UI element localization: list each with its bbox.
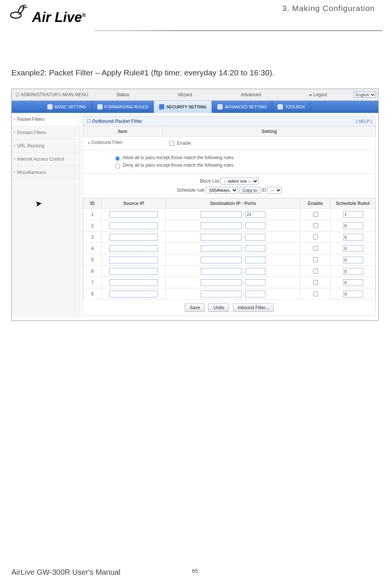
dest-port-input[interactable] xyxy=(245,234,265,241)
schedule-rule-input[interactable] xyxy=(343,268,363,275)
dest-ip-input[interactable] xyxy=(201,279,242,286)
enable-label: Enable xyxy=(177,141,191,146)
sidebar-item-packet-filters[interactable]: Packet Filters xyxy=(12,113,80,126)
source-ip-input[interactable] xyxy=(109,234,158,241)
dest-ip-input[interactable] xyxy=(201,245,242,252)
schedule-rule-input[interactable] xyxy=(343,211,363,218)
th-id: ID xyxy=(83,199,102,209)
dest-ip-input[interactable] xyxy=(201,234,242,241)
wrench-icon xyxy=(217,104,223,109)
schedule-rule-input[interactable] xyxy=(343,279,363,286)
table-row: 6 : xyxy=(83,266,376,277)
source-ip-input[interactable] xyxy=(109,256,158,263)
table-row: 3 : xyxy=(83,231,376,243)
help-link[interactable]: [ HELP ] xyxy=(356,119,372,124)
nav-logout[interactable]: ▸ Logout xyxy=(306,92,331,97)
cell-id: 1 xyxy=(83,209,102,220)
cell-id: 4 xyxy=(83,243,102,254)
source-ip-input[interactable] xyxy=(109,222,158,229)
dest-ip-input[interactable] xyxy=(201,256,242,263)
table-row: 7 : xyxy=(83,277,376,288)
source-ip-input[interactable] xyxy=(109,279,158,286)
dest-port-input[interactable] xyxy=(245,256,265,263)
dest-port-input[interactable] xyxy=(245,291,265,297)
dest-port-input[interactable] xyxy=(245,268,265,275)
source-ip-input[interactable] xyxy=(109,268,158,275)
source-ip-input[interactable] xyxy=(109,291,158,297)
gear-icon xyxy=(47,104,53,109)
id-label: ID xyxy=(262,188,266,193)
dest-ip-input[interactable] xyxy=(201,291,242,297)
sidebar-item-internet-access-control[interactable]: Internet Access Control xyxy=(12,153,80,166)
nav-advanced[interactable]: Advanced xyxy=(237,92,265,97)
rules-table: ID Source IP Destination IP : Ports Enab… xyxy=(83,198,376,300)
tab-security-setting[interactable]: SECURITY SETTING xyxy=(154,101,212,113)
dest-port-input[interactable] xyxy=(245,279,265,286)
cell-id: 3 xyxy=(83,231,102,243)
rule-enable-checkbox[interactable] xyxy=(313,212,318,217)
rule-enable-checkbox[interactable] xyxy=(313,246,318,251)
radio-deny[interactable] xyxy=(115,164,120,169)
table-row: 1 : xyxy=(83,209,376,220)
dest-port-input[interactable] xyxy=(245,211,265,218)
block-list-select[interactable]: -- select one -- xyxy=(220,178,259,185)
tab-forwarding-rules[interactable]: FORWARDING RULES xyxy=(92,101,154,113)
language-select[interactable]: English xyxy=(354,92,376,98)
admin-menu-label: ADMINISTRATOR's MAIN MENU xyxy=(21,92,89,97)
dest-ip-input[interactable] xyxy=(201,222,242,229)
table-row: 4 : xyxy=(83,243,376,254)
tab-basic-setting[interactable]: BASIC SETTING xyxy=(42,101,92,113)
copy-to-button[interactable]: Copy to xyxy=(239,187,261,194)
svg-point-0 xyxy=(11,12,21,18)
tab-advanced-setting[interactable]: ADVANCED SETTING xyxy=(212,101,272,113)
cell-id: 2 xyxy=(83,220,102,231)
schedule-rule-label: Schedule rule xyxy=(177,188,204,193)
rule-enable-checkbox[interactable] xyxy=(313,257,318,262)
tab-toolbox[interactable]: TOOLBOX xyxy=(272,101,310,113)
copy-to-id-select[interactable]: -- xyxy=(267,187,282,194)
dest-port-input[interactable] xyxy=(245,245,265,252)
source-ip-input[interactable] xyxy=(109,211,158,218)
brand-logo: Air Live® xyxy=(8,4,86,25)
dest-ip-input[interactable] xyxy=(201,211,242,218)
router-ui-screenshot: ➤ ☐ ADMINISTRATOR's MAIN MENU Status Wiz… xyxy=(11,89,379,321)
chapter-title: 3. Making Configuration xyxy=(282,4,375,13)
brand-text: Air Live® xyxy=(32,9,86,25)
example-caption: Exanple2: Packet Filter – Apply Rule#1 (… xyxy=(0,49,390,77)
schedule-rule-input[interactable] xyxy=(343,291,363,297)
admin-topbar: ☐ ADMINISTRATOR's MAIN MENU Status Wizar… xyxy=(12,89,378,101)
col-item: Item xyxy=(83,127,163,136)
source-ip-input[interactable] xyxy=(109,245,158,252)
page-number: 65 xyxy=(192,568,198,574)
forward-icon xyxy=(97,104,103,109)
sidebar-item-url-blocking[interactable]: URL Blocking xyxy=(12,139,80,153)
rule-enable-checkbox[interactable] xyxy=(313,223,318,228)
dest-port-input[interactable] xyxy=(245,222,265,229)
outbound-packet-filter-panel: ☐ Outbound Packet Filter [ HELP ] Item S… xyxy=(83,116,376,316)
table-row: 5 : xyxy=(83,254,376,266)
inbound-filter-button[interactable]: Inbound Filter... xyxy=(233,303,274,312)
nav-status[interactable]: Status xyxy=(112,92,133,97)
schedule-rule-input[interactable] xyxy=(343,256,363,263)
rule-enable-checkbox[interactable] xyxy=(313,269,318,274)
dest-ip-input[interactable] xyxy=(201,268,242,275)
cell-id: 5 xyxy=(83,254,102,266)
shield-icon xyxy=(159,104,164,109)
sidebar-item-miscellaneous[interactable]: Miscellaneous xyxy=(12,166,80,179)
rule-enable-checkbox[interactable] xyxy=(313,280,318,285)
undo-button[interactable]: Undo xyxy=(208,303,229,312)
outbound-filter-label: Outbound Filter xyxy=(83,137,168,150)
radio-allow[interactable] xyxy=(115,156,120,161)
schedule-rule-select[interactable]: (00)Always xyxy=(206,187,238,194)
table-row: 8 : xyxy=(83,288,376,300)
rule-enable-checkbox[interactable] xyxy=(313,291,318,296)
nav-wizard[interactable]: Wizard xyxy=(174,92,196,97)
schedule-rule-input[interactable] xyxy=(343,245,363,252)
rule-enable-checkbox[interactable] xyxy=(313,235,318,239)
main-tabbar: BASIC SETTING FORWARDING RULES SECURITY … xyxy=(12,101,378,113)
outbound-enable-checkbox[interactable] xyxy=(169,141,174,146)
sidebar-item-domain-filters[interactable]: Domain Filters xyxy=(12,126,80,139)
schedule-rule-input[interactable] xyxy=(343,222,363,229)
schedule-rule-input[interactable] xyxy=(343,234,363,241)
save-button[interactable]: Save xyxy=(185,303,205,312)
